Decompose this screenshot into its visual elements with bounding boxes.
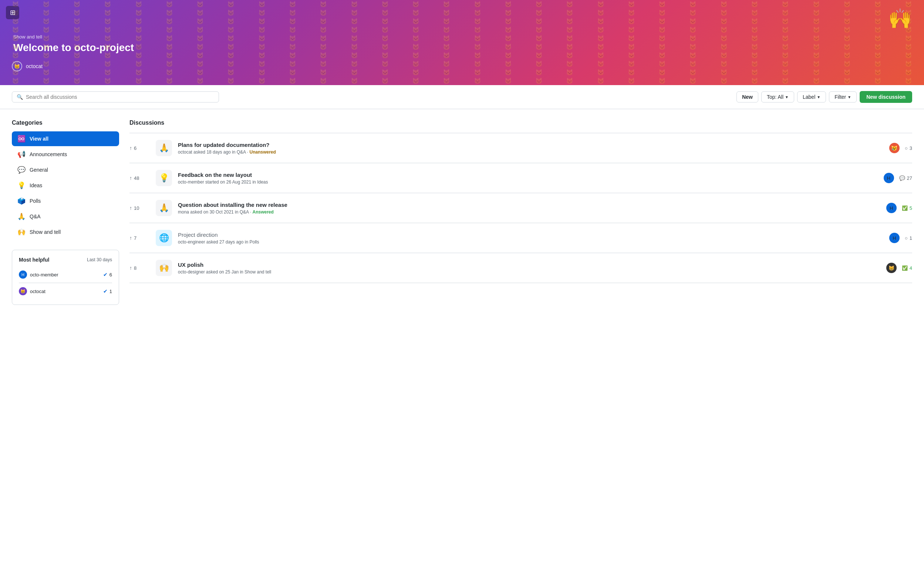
- disc-content-3: Question about installing the new releas…: [178, 202, 880, 215]
- hero-subtitle: Show and tell: [13, 34, 912, 39]
- disc-meta-1: octocat asked 18 days ago in Q&A · Unans…: [178, 150, 883, 155]
- hero-banner: 🐱🐱🐱🐱🐱🐱🐱🐱🐱🐱🐱🐱🐱🐱🐱🐱🐱🐱🐱🐱🐱🐱🐱🐱🐱🐱🐱🐱🐱🐱🐱🐱🐱🐱🐱🐱🐱🐱🐱🐱…: [0, 0, 924, 85]
- check-icon: ✔: [103, 272, 108, 278]
- disc-content-1: Plans for updated documentation? octocat…: [178, 142, 883, 155]
- disc-meta-2: octo-member started on 26 Aug 2021 in Id…: [178, 180, 878, 185]
- sidebar-item-ideas[interactable]: 💡 Ideas: [12, 178, 119, 193]
- disc-right-4: H ○ 1: [889, 233, 912, 243]
- pray-icon: 🙏: [17, 212, 26, 221]
- disc-meta-3: mona asked on 30 Oct 2021 in Q&A · Answe…: [178, 210, 880, 215]
- disc-title-4[interactable]: Project direction: [178, 232, 883, 238]
- vote-count-5: 8: [134, 265, 137, 271]
- discussion-row-5: ↑ 8 🙌 UX polish octo-designer asked on 2…: [130, 253, 912, 283]
- chevron-down-icon: ▼: [847, 95, 851, 99]
- disc-right-3: H ✅ 5: [886, 203, 912, 213]
- upvote-icon: ↑: [130, 235, 132, 241]
- disc-title-3[interactable]: Question about installing the new releas…: [178, 202, 880, 208]
- discussion-row-3: ↑ 10 🙏 Question about installing the new…: [130, 193, 912, 223]
- sidebar-item-show-and-tell[interactable]: 🙌 Show and tell: [12, 225, 119, 239]
- discussion-row-2: ↑ 48 💡 Feedback on the new layout octo-m…: [130, 163, 912, 193]
- sidebar: Categories ♾️ View all 📢 Announcements 💬…: [12, 119, 119, 559]
- chat-icon: 💬: [17, 166, 26, 174]
- disc-comments-1: ○ 3: [905, 145, 912, 151]
- main-layout: Categories ♾️ View all 📢 Announcements 💬…: [0, 109, 924, 568]
- disc-emoji-2: 💡: [156, 170, 172, 186]
- check-green-icon: ✅: [902, 205, 908, 211]
- new-button[interactable]: New: [737, 91, 758, 103]
- user-name-octo-member: octo-member: [30, 272, 59, 278]
- disc-right-2: H 💬 27: [884, 173, 912, 183]
- check-icon: ✔: [103, 288, 108, 294]
- most-helpful-period: Last 30 days: [87, 257, 112, 262]
- disc-title-1[interactable]: Plans for updated documentation?: [178, 142, 883, 148]
- discussions-list: ↑ 6 🙏 Plans for updated documentation? o…: [130, 133, 912, 283]
- filter-button[interactable]: Filter ▼: [829, 91, 857, 103]
- disc-emoji-1: 🙏: [156, 140, 172, 156]
- upvote-icon: ↑: [130, 265, 132, 271]
- categories-title: Categories: [12, 119, 119, 126]
- upvote-icon: ↑: [130, 205, 132, 211]
- vote-count-4: 7: [134, 235, 137, 241]
- chevron-down-icon: ▼: [817, 95, 820, 99]
- disc-comments-2: 💬 27: [899, 175, 912, 181]
- most-helpful-header: Most helpful Last 30 days: [19, 257, 112, 263]
- toolbar: 🔍 New Top: All ▼ Label ▼ Filter ▼ New di…: [0, 85, 924, 109]
- grid-button[interactable]: ⊞: [6, 6, 19, 19]
- vote-col-2: ↑ 48: [130, 175, 150, 181]
- disc-right-1: 😿 ○ 3: [889, 143, 912, 153]
- vote-col-5: ↑ 8: [130, 265, 150, 271]
- most-helpful-title: Most helpful: [19, 257, 49, 263]
- vote-count-1: 6: [134, 145, 137, 151]
- disc-avatar-1: 😿: [889, 143, 900, 153]
- search-icon: 🔍: [17, 94, 23, 100]
- sidebar-item-general[interactable]: 💬 General: [12, 162, 119, 177]
- discussions-title: Discussions: [130, 119, 912, 126]
- disc-meta-4: octo-engineer asked 27 days ago in Polls: [178, 239, 883, 245]
- comment-circle-icon: ○: [905, 145, 908, 151]
- sidebar-item-polls[interactable]: 🗳️ Polls: [12, 193, 119, 208]
- disc-answered-5: ✅ 4: [902, 265, 912, 271]
- sidebar-item-announcements[interactable]: 📢 Announcements: [12, 147, 119, 162]
- user-count-octocat: ✔ 1: [103, 288, 112, 294]
- disc-avatar-4: H: [889, 233, 900, 243]
- user-name-octocat: octocat: [30, 289, 45, 294]
- upvote-icon: ↑: [130, 175, 132, 181]
- disc-content-4: Project direction octo-engineer asked 27…: [178, 232, 883, 245]
- most-helpful-user-1: H octo-member ✔ 6: [19, 268, 112, 281]
- hero-author-name: octocat: [26, 63, 42, 69]
- filter-group: New Top: All ▼ Label ▼ Filter ▼ New disc…: [737, 91, 912, 103]
- categories-list: ♾️ View all 📢 Announcements 💬 General 💡 …: [12, 131, 119, 239]
- vote-col-4: ↑ 7: [130, 235, 150, 241]
- discussion-row-4: ↑ 7 🌐 Project direction octo-engineer as…: [130, 223, 912, 253]
- disc-title-2[interactable]: Feedback on the new layout: [178, 172, 878, 178]
- upvote-icon: ↑: [130, 145, 132, 151]
- raised-hands-icon: 🙌: [17, 228, 26, 236]
- comment-circle-icon: ○: [905, 235, 908, 241]
- search-input[interactable]: [26, 94, 214, 100]
- label-button[interactable]: Label ▼: [797, 91, 826, 103]
- disc-right-5: 😸 ✅ 4: [886, 263, 912, 273]
- user-avatar-octo-member: H: [19, 270, 27, 279]
- tag-answered: Answered: [252, 210, 273, 215]
- new-discussion-button[interactable]: New discussion: [860, 91, 912, 103]
- disc-emoji-4: 🌐: [156, 230, 172, 246]
- disc-avatar-2: H: [884, 173, 894, 183]
- discussions-panel: Discussions ↑ 6 🙏 Plans for updated docu…: [130, 119, 912, 559]
- top-all-button[interactable]: Top: All ▼: [761, 91, 794, 103]
- disc-comments-4: ○ 1: [905, 235, 912, 241]
- disc-avatar-5: 😸: [886, 263, 897, 273]
- search-bar[interactable]: 🔍: [12, 91, 219, 103]
- disc-meta-5: octo-designer asked on 25 Jan in Show an…: [178, 269, 880, 275]
- sidebar-item-view-all[interactable]: ♾️ View all: [12, 131, 119, 146]
- discussion-row-1: ↑ 6 🙏 Plans for updated documentation? o…: [130, 133, 912, 163]
- disc-title-5[interactable]: UX polish: [178, 261, 880, 268]
- sidebar-item-qa[interactable]: 🙏 Q&A: [12, 209, 119, 224]
- tag-unanswered: Unanswered: [249, 150, 276, 155]
- disc-content-5: UX polish octo-designer asked on 25 Jan …: [178, 261, 880, 275]
- vote-col-1: ↑ 6: [130, 145, 150, 151]
- disc-answered-3: ✅ 5: [902, 205, 912, 211]
- hero-author: 😸 octocat: [12, 61, 912, 71]
- comment-speech-icon: 💬: [899, 175, 905, 181]
- check-green-icon: ✅: [902, 265, 908, 271]
- disc-emoji-5: 🙌: [156, 260, 172, 276]
